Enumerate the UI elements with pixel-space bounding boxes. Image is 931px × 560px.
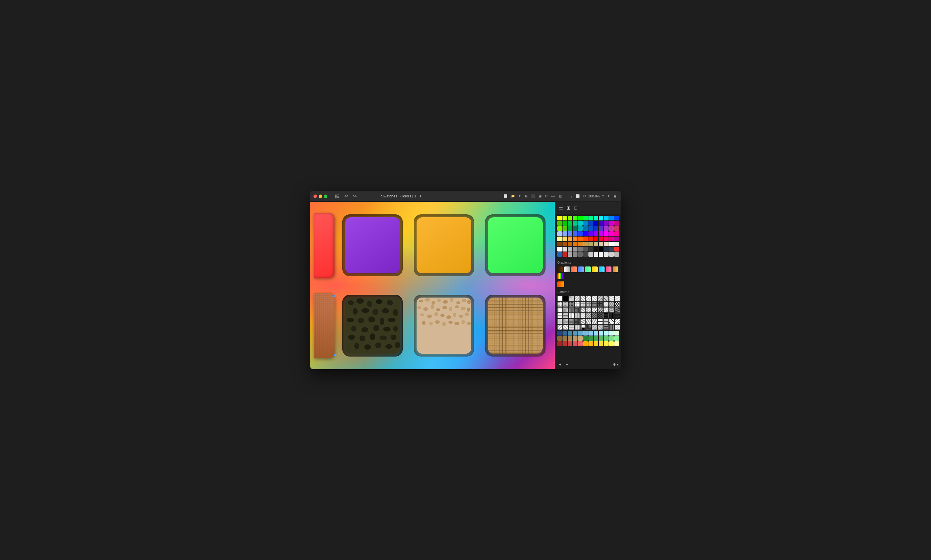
color-swatch[interactable] — [573, 252, 577, 257]
color-swatch[interactable] — [588, 252, 593, 257]
color-swatch[interactable] — [588, 242, 593, 246]
color-swatch[interactable] — [578, 336, 583, 341]
color-swatch[interactable] — [588, 336, 593, 341]
color-swatch[interactable] — [614, 331, 619, 335]
gradient-swatch[interactable] — [557, 266, 563, 272]
color-swatch[interactable] — [578, 341, 583, 346]
color-swatch[interactable] — [583, 247, 588, 252]
pattern-cell[interactable] — [586, 307, 591, 312]
tool-6[interactable]: ▣ — [537, 194, 543, 198]
color-swatch[interactable] — [604, 331, 609, 335]
color-swatch[interactable] — [568, 341, 572, 346]
pattern-cell[interactable] — [557, 307, 563, 312]
export-button[interactable]: ⬆ — [606, 194, 611, 198]
pattern-cell[interactable] — [609, 296, 614, 301]
color-swatch[interactable] — [563, 336, 567, 341]
color-swatch[interactable] — [557, 252, 562, 257]
pattern-cell[interactable] — [592, 302, 597, 307]
color-swatch[interactable] — [588, 247, 593, 252]
color-swatch[interactable] — [578, 216, 583, 220]
pattern-cell[interactable] — [575, 319, 580, 324]
color-swatch[interactable] — [604, 231, 609, 236]
pattern-cell[interactable] — [603, 307, 609, 312]
color-swatch[interactable] — [594, 341, 598, 346]
pattern-cell[interactable] — [575, 325, 580, 330]
color-swatch[interactable] — [594, 221, 598, 226]
pattern-cell[interactable] — [557, 302, 563, 307]
swatch-red-partial[interactable] — [314, 213, 334, 278]
tool-1[interactable]: ⬜ — [502, 194, 509, 198]
color-swatch[interactable] — [614, 237, 619, 241]
swatch-green[interactable] — [488, 217, 543, 273]
gradient-swatch[interactable] — [592, 266, 598, 272]
swatch-burlap-texture[interactable] — [488, 298, 543, 354]
pattern-cell[interactable] — [575, 296, 580, 301]
color-swatch[interactable] — [573, 247, 577, 252]
color-swatch[interactable] — [573, 221, 577, 226]
pattern-cell[interactable] — [580, 307, 586, 312]
pattern-cell[interactable] — [580, 325, 586, 330]
pattern-cell[interactable] — [598, 325, 603, 330]
color-swatch[interactable] — [583, 216, 588, 220]
gradient-swatch[interactable] — [571, 266, 577, 272]
color-swatch[interactable] — [563, 226, 567, 231]
swatch-dark-texture[interactable] — [345, 298, 400, 354]
color-swatch[interactable] — [583, 226, 588, 231]
pattern-cell[interactable] — [586, 325, 591, 330]
pattern-cell[interactable] — [603, 313, 609, 318]
pattern-cell[interactable] — [598, 307, 603, 312]
color-swatch[interactable] — [594, 226, 598, 231]
pattern-cell[interactable] — [580, 319, 586, 324]
color-swatch[interactable] — [614, 221, 619, 226]
color-swatch[interactable] — [557, 237, 562, 241]
zoom-level[interactable]: 100.0% — [588, 194, 600, 198]
canvas-area[interactable] — [310, 202, 555, 369]
color-swatch[interactable] — [594, 237, 598, 241]
color-swatch[interactable] — [604, 247, 609, 252]
pattern-cell[interactable] — [569, 307, 574, 312]
tool-8[interactable]: ⟺ — [550, 194, 557, 198]
color-swatch[interactable] — [614, 231, 619, 236]
pattern-cell[interactable] — [615, 325, 620, 330]
color-swatch[interactable] — [583, 231, 588, 236]
color-swatch[interactable] — [583, 221, 588, 226]
color-swatch[interactable] — [599, 247, 603, 252]
pattern-cell[interactable] — [592, 325, 597, 330]
pattern-cell[interactable] — [563, 319, 568, 324]
tab-grid[interactable]: ⊟ — [573, 205, 578, 211]
color-swatch[interactable] — [609, 226, 614, 231]
pattern-cell[interactable] — [569, 302, 574, 307]
color-swatch[interactable] — [568, 242, 572, 246]
gradient-swatch[interactable] — [585, 266, 591, 272]
tool-7[interactable]: ⊞ — [544, 194, 549, 198]
color-swatch[interactable] — [568, 216, 572, 220]
pattern-cell[interactable] — [586, 302, 591, 307]
color-swatch[interactable] — [563, 331, 567, 335]
color-swatch[interactable] — [614, 216, 619, 220]
pattern-cell[interactable] — [557, 325, 563, 330]
gradient-swatch[interactable] — [564, 266, 570, 272]
color-swatch[interactable] — [614, 252, 619, 257]
color-swatch[interactable] — [568, 336, 572, 341]
swatch-brown-partial[interactable] — [314, 293, 334, 358]
tab-swatches[interactable]: ⊞ — [566, 205, 571, 211]
color-swatch[interactable] — [563, 242, 567, 246]
color-swatch[interactable] — [609, 252, 614, 257]
color-swatch[interactable] — [573, 226, 577, 231]
gradient-swatch[interactable] — [612, 266, 619, 272]
color-swatch[interactable] — [568, 247, 572, 252]
color-swatch[interactable] — [594, 231, 598, 236]
color-swatch[interactable] — [563, 221, 567, 226]
color-swatch[interactable] — [557, 216, 562, 220]
color-swatch[interactable] — [563, 341, 567, 346]
color-swatch[interactable] — [604, 252, 609, 257]
color-swatch[interactable] — [588, 341, 593, 346]
zoom-dropdown[interactable]: ▾ — [601, 194, 605, 198]
color-swatch[interactable] — [557, 336, 562, 341]
color-swatch[interactable] — [578, 242, 583, 246]
pattern-cell[interactable] — [557, 296, 563, 301]
pattern-cell[interactable] — [609, 325, 614, 330]
color-swatch[interactable] — [563, 247, 567, 252]
color-swatch[interactable] — [604, 341, 609, 346]
color-swatch[interactable] — [614, 242, 619, 246]
